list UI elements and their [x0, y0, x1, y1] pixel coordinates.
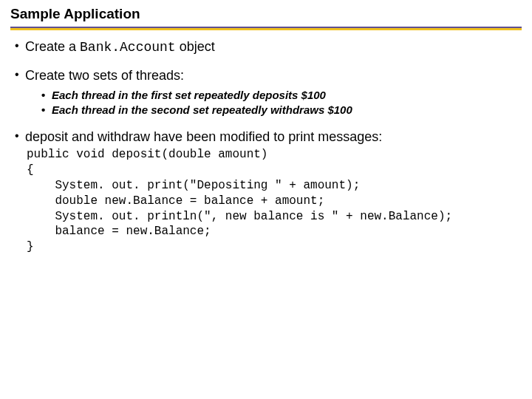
code-block: public void deposit(double amount) { Sys…	[27, 147, 522, 255]
slide: Sample Application Create a Bank.Account…	[0, 0, 532, 399]
bullet-item-1: Create a Bank.Account object	[15, 38, 522, 56]
bullet-2-text: Create two sets of threads:	[25, 68, 184, 83]
bullet-1-text-post: object	[176, 39, 215, 54]
bullet-1-text-pre: Create a	[25, 39, 80, 54]
slide-title: Sample Application	[10, 6, 522, 24]
bullet-3-text: deposit and withdraw have been modified …	[25, 129, 382, 144]
bullet-1-code: Bank.Account	[80, 40, 176, 55]
sub-bullet-2: Each thread in the second set repeatedly…	[41, 103, 522, 117]
bullet-list: Create a Bank.Account object Create two …	[10, 38, 522, 255]
bullet-item-2: Create two sets of threads: Each thread …	[15, 66, 522, 117]
bullet-item-3: deposit and withdraw have been modified …	[15, 128, 522, 255]
title-underline	[10, 27, 522, 30]
sub-bullet-list: Each thread in the first set repeatedly …	[25, 88, 522, 118]
sub-bullet-1: Each thread in the first set repeatedly …	[41, 88, 522, 103]
